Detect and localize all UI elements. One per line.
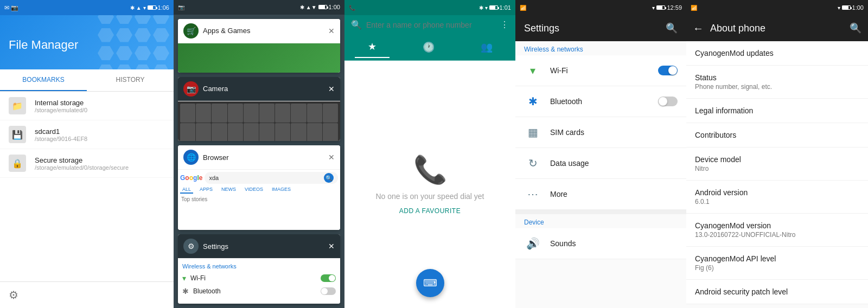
- camera-app-icon: 📷: [183, 81, 199, 97]
- close-apps-games-button[interactable]: ✕: [328, 27, 335, 35]
- settings-row-data-usage[interactable]: ↻ Data usage: [515, 148, 686, 179]
- battery-icon: [148, 5, 156, 10]
- browser-tab-news[interactable]: NEWS: [219, 186, 238, 194]
- more-options-icon[interactable]: ⋮: [500, 20, 509, 30]
- about-row-status[interactable]: Status Phone number, signal, etc.: [686, 66, 868, 99]
- about-row-subtitle-device-model: Nitro: [695, 165, 859, 172]
- recent-card-camera[interactable]: 📷 Camera ✕: [178, 77, 340, 141]
- close-settings-button[interactable]: ✕: [328, 242, 335, 251]
- camera-preview: [178, 101, 340, 141]
- recents-list: 🛒 Apps & Games ✕ 📷 Camera ✕: [174, 15, 344, 308]
- recent-card-header-apps: 🛒 Apps & Games ✕: [178, 19, 340, 43]
- recent-card-apps-games[interactable]: 🛒 Apps & Games ✕: [178, 19, 340, 73]
- status-right-icons: ✱ ▲ ▾ 1:06: [130, 4, 169, 11]
- dialpad-fab-button[interactable]: ⌨: [416, 269, 444, 297]
- status-left-2: 📷: [178, 4, 184, 10]
- google-logo: Google: [180, 174, 202, 182]
- back-button[interactable]: ←: [693, 22, 704, 35]
- settings-panel: 📶 ▾ 12:59 Settings 🔍 Wireless & networks…: [515, 0, 686, 308]
- browser-tab-videos[interactable]: VIDEOS: [242, 186, 265, 194]
- speed-dial-empty-text: No one is on your speed dial yet: [375, 192, 484, 201]
- status-bar-5: 📶 ▾ 1:00: [686, 0, 868, 15]
- settings-row-sim[interactable]: ▦ SIM cards: [515, 117, 686, 148]
- recent-card-header-camera: 📷 Camera ✕: [178, 77, 340, 101]
- dialer-search-bar[interactable]: 🔍 ⋮: [344, 15, 515, 34]
- about-row-legal[interactable]: Legal information: [686, 99, 868, 123]
- sounds-row-icon: 🔊: [524, 235, 541, 252]
- browser-tab-apps[interactable]: APPS: [197, 186, 215, 194]
- status-left-icons: ✉ 📷: [4, 4, 18, 11]
- screenshot-icon-2: 📷: [178, 4, 184, 10]
- tab-contacts[interactable]: 👥: [468, 37, 506, 57]
- browser-preview: Google xda 🔍 ALL APPS NEWS VIDEOS IMAGES…: [178, 170, 340, 230]
- add-favourite-button[interactable]: ADD A FAVOURITE: [399, 207, 461, 215]
- search-input[interactable]: [366, 21, 496, 29]
- time-display-5: 1:00: [852, 4, 864, 11]
- about-row-title-cyanogenmod-version: CyanogenMod version: [695, 221, 859, 230]
- file-manager-panel: ✉ 📷 ✱ ▲ ▾ 1:06 File Manager BOOKMARKS HI…: [0, 0, 174, 308]
- battery-icon-5: [842, 5, 851, 10]
- about-search-icon[interactable]: 🔍: [850, 22, 861, 34]
- about-row-contributors[interactable]: Contributors: [686, 123, 868, 147]
- list-item[interactable]: 📁 Internal storage /storage/emulated/0: [0, 92, 174, 120]
- browser-tab-bar: ALL APPS NEWS VIDEOS IMAGES: [180, 186, 338, 194]
- url-input-bar[interactable]: xda 🔍: [205, 172, 338, 184]
- sounds-row-content: Sounds: [550, 239, 678, 248]
- dialer-content: 📞 No one is on your speed dial yet ADD A…: [344, 61, 515, 308]
- more-row-content: More: [550, 190, 678, 198]
- settings-wifi-mini: ▾ Wi-Fi: [182, 272, 336, 285]
- settings-section-divider: [515, 210, 686, 214]
- fm-tab-bar: BOOKMARKS HISTORY: [0, 69, 174, 92]
- browser-tab-images[interactable]: IMAGES: [270, 186, 293, 194]
- about-row-cyanogenmod-api[interactable]: CyanogenMod API level Fig (6): [686, 247, 868, 280]
- about-row-security-patch[interactable]: Android security patch level: [686, 280, 868, 304]
- apps-games-title: Apps & Games: [203, 27, 324, 35]
- data-usage-row-icon: ↻: [524, 155, 541, 172]
- tab-bookmarks[interactable]: BOOKMARKS: [0, 69, 87, 91]
- browser-tab-all[interactable]: ALL: [180, 186, 193, 194]
- top-stories-label: Top stories: [180, 195, 338, 203]
- time-display-4: 12:59: [667, 4, 682, 11]
- dialpad-icon: ⌨: [423, 277, 437, 289]
- settings-row-more[interactable]: ⋯ More: [515, 179, 686, 210]
- close-browser-button[interactable]: ✕: [328, 153, 335, 162]
- recents-panel: 📷 ✱ ▲▼ 1:00 🛒 Apps & Games ✕ 📷: [174, 0, 344, 308]
- status-right-5: ▾ 1:00: [838, 4, 864, 11]
- url-search-button[interactable]: 🔍: [324, 173, 334, 183]
- close-camera-button[interactable]: ✕: [328, 85, 335, 93]
- internal-storage-icon: 📁: [9, 97, 26, 114]
- tab-recents[interactable]: 🕐: [410, 37, 448, 57]
- browser-app-icon: 🌐: [183, 150, 199, 165]
- section-device: Device: [515, 214, 686, 228]
- about-row-cyanogenmod-updates[interactable]: CyanogenMod updates: [686, 41, 868, 66]
- list-item[interactable]: 🔒 Secure storage /storage/emulated/0/sto…: [0, 149, 174, 178]
- signal-icon: ▲: [136, 5, 142, 11]
- about-row-title-cyanogenmod-api: CyanogenMod API level: [695, 254, 859, 263]
- status-right-2: ✱ ▲▼ 1:00: [300, 4, 340, 10]
- tab-history[interactable]: HISTORY: [87, 69, 174, 91]
- data-usage-row-content: Data usage: [550, 159, 678, 168]
- about-row-device-model[interactable]: Device model Nitro: [686, 147, 868, 181]
- about-row-cyanogenmod-version[interactable]: CyanogenMod version 13.0-20160722-UNOFFI…: [686, 214, 868, 247]
- wifi-toggle-mini[interactable]: [321, 274, 336, 282]
- wifi-icon-3: ▾: [485, 5, 488, 11]
- browser-url-bar: Google xda 🔍: [180, 172, 338, 184]
- settings-row-wifi[interactable]: ▾ Wi-Fi: [515, 55, 686, 86]
- settings-row-sounds[interactable]: 🔊 Sounds: [515, 228, 686, 259]
- wifi-toggle[interactable]: [658, 66, 678, 75]
- settings-icon[interactable]: ⚙: [9, 289, 18, 301]
- bt-toggle-mini[interactable]: [321, 287, 336, 295]
- tab-favorites[interactable]: ★: [355, 36, 390, 58]
- about-row-android-version[interactable]: Android version 6.0.1: [686, 181, 868, 214]
- recent-card-settings[interactable]: ⚙ Settings ✕ Wireless & networks ▾ Wi-Fi…: [178, 234, 340, 304]
- settings-row-bluetooth[interactable]: ✱ Bluetooth: [515, 86, 686, 117]
- status-bar-2: 📷 ✱ ▲▼ 1:00: [174, 0, 344, 15]
- settings-search-icon[interactable]: 🔍: [666, 22, 678, 34]
- internal-storage-info: Internal storage /storage/emulated/0: [35, 99, 87, 113]
- settings-bt-mini: ✱ Bluetooth: [182, 285, 336, 298]
- list-item[interactable]: 💾 sdcard1 /storage/9016-4EF8: [0, 120, 174, 149]
- recent-card-browser[interactable]: 🌐 Browser ✕ Google xda 🔍 ALL APP: [178, 145, 340, 230]
- file-manager-header: File Manager: [0, 15, 174, 69]
- speed-dial-placeholder-icon: 📞: [413, 154, 447, 185]
- bluetooth-toggle[interactable]: [658, 97, 678, 106]
